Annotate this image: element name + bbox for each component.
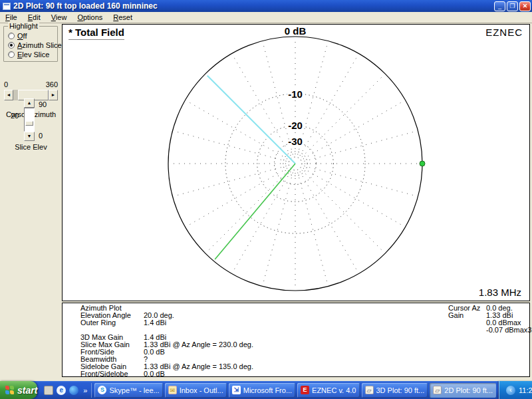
- grid-spoke: [302, 170, 384, 252]
- elev-max-label: 90: [39, 100, 47, 108]
- tray-collapse-icon[interactable]: ‹: [506, 386, 515, 395]
- radio-icon: [8, 42, 15, 49]
- taskbar-button-skype[interactable]: S Skype™ - lee...: [94, 383, 162, 398]
- grid-spoke: [174, 131, 286, 161]
- highlight-group: Highlight Off Azimuth Slice Elev Slice: [3, 26, 58, 62]
- minimize-button[interactable]: _: [494, 1, 505, 11]
- close-button[interactable]: ✕: [519, 1, 531, 11]
- restore-button[interactable]: ❐: [507, 1, 518, 11]
- menu-edit[interactable]: Edit: [23, 13, 46, 22]
- grid-spoke: [298, 173, 328, 285]
- taskbar-clock: 11:25 AM: [519, 386, 532, 394]
- status-row: -0.07 dBmax3D: [448, 327, 532, 334]
- plot-window-icon: ▱: [365, 386, 374, 394]
- client-area: Highlight Off Azimuth Slice Elev Slice 0…: [0, 23, 532, 381]
- sidelobe-line: [207, 76, 295, 164]
- menu-file[interactable]: File: [0, 13, 23, 22]
- grid-spoke: [305, 131, 416, 161]
- cursor-dot[interactable]: [420, 161, 425, 166]
- plot-window-icon: ▱: [433, 386, 442, 394]
- grid-spoke: [174, 166, 286, 196]
- ring-db-label: -30: [288, 136, 303, 147]
- windows-logo-icon: [5, 386, 15, 395]
- max-gain-line: [215, 164, 295, 259]
- frontpage-icon: ⇲: [232, 386, 241, 394]
- taskbar-button-3d-plot[interactable]: ▱ 3D Plot: 90 ft...: [362, 383, 428, 398]
- start-button[interactable]: start: [0, 381, 37, 399]
- grid-spoke: [302, 75, 384, 157]
- ring-db-label: -10: [288, 88, 303, 100]
- grid-spoke: [300, 172, 358, 272]
- system-tray: ‹ 11:25 AM: [499, 381, 532, 399]
- taskbar: start e » S Skype™ - lee... ✉ Inbox - Ou…: [0, 381, 532, 399]
- menu-view[interactable]: View: [46, 13, 72, 22]
- grid-spoke: [187, 168, 287, 226]
- window-icon: [3, 3, 11, 10]
- taskbar-button-eznec[interactable]: E EZNEC v. 4.0: [297, 383, 359, 398]
- highlight-group-title: Highlight: [8, 22, 39, 30]
- scroll-left-icon[interactable]: ◄: [4, 90, 13, 100]
- window-title: 2D Plot: 90 ft top loaded 160 minninec: [13, 1, 494, 11]
- radio-label: Off: [17, 32, 27, 40]
- quick-launch-desktop-icon[interactable]: [44, 386, 53, 395]
- status-left-column: Azimuth Plot Elevation Angle20.0 deg. Ou…: [80, 305, 253, 378]
- window-titlebar[interactable]: 2D Plot: 90 ft top loaded 160 minninec _…: [0, 0, 532, 12]
- quick-launch: e »: [37, 383, 92, 398]
- control-panel: Highlight Off Azimuth Slice Elev Slice 0…: [0, 23, 62, 381]
- plot-panel[interactable]: * Total Field EZNEC 0 dB-10-20-30 1.83 M…: [62, 24, 530, 301]
- window-controls: _ ❐ ✕: [494, 1, 531, 11]
- grid-spoke: [233, 172, 291, 272]
- grid-spoke: [300, 55, 358, 156]
- radio-icon: [8, 33, 15, 39]
- scrollbar-track[interactable]: [13, 90, 18, 100]
- radio-azimuth-slice[interactable]: Azimuth Slice: [8, 41, 62, 49]
- grid-spoke: [305, 166, 416, 196]
- grid-spoke: [263, 173, 293, 285]
- outlook-icon: ✉: [168, 386, 177, 394]
- grid-spoke: [303, 101, 404, 159]
- radio-off[interactable]: Off: [8, 32, 27, 40]
- taskbar-button-frontpage[interactable]: ⇲ Microsoft Fro...: [229, 383, 295, 398]
- start-label: start: [17, 385, 37, 396]
- slider-up-icon[interactable]: ▲: [24, 98, 35, 108]
- quick-launch-ie-icon[interactable]: e: [57, 386, 66, 395]
- status-row: Front/Sidelobe0.0 dB: [80, 370, 253, 378]
- azimuth-max-label: 360: [46, 80, 58, 88]
- menu-reset[interactable]: Reset: [108, 13, 138, 22]
- quick-launch-media-icon[interactable]: [69, 386, 78, 395]
- ring-db-label: 0 dB: [285, 25, 307, 37]
- slider-thumb[interactable]: [25, 121, 33, 126]
- slice-elev-slider[interactable]: ▲ ▼: [24, 98, 35, 141]
- azimuth-range-labels: 0 360: [4, 80, 58, 88]
- grid-spoke: [233, 55, 291, 156]
- slider-down-icon[interactable]: ▼: [24, 132, 35, 141]
- frequency-label: 1.83 MHz: [479, 287, 521, 298]
- taskbar-buttons: S Skype™ - lee... ✉ Inbox - Outl... ⇲ Mi…: [94, 383, 496, 398]
- ring-db-label: -20: [288, 120, 303, 131]
- elev-min-label: 0: [39, 132, 43, 140]
- status-panel: Azimuth Plot Elevation Angle20.0 deg. Ou…: [62, 303, 530, 377]
- menu-bar: File Edit View Options Reset: [0, 12, 532, 23]
- screen: 2D Plot: 90 ft top loaded 160 minninec _…: [0, 0, 532, 399]
- skype-icon: S: [98, 386, 106, 394]
- slider-track[interactable]: [24, 108, 35, 132]
- status-right-column: Cursor Az0.0 deg. Gain1.33 dBi 0.0 dBmax…: [448, 305, 532, 334]
- grid-spoke: [187, 101, 287, 159]
- polar-plot[interactable]: 0 dB-10-20-30: [63, 25, 529, 301]
- eznec-icon: E: [301, 386, 309, 394]
- elev-current-value: 20: [11, 112, 19, 120]
- radio-label: Azimuth Slice: [17, 41, 62, 49]
- grid-spoke: [303, 168, 404, 226]
- grid-spoke: [207, 170, 289, 252]
- taskbar-button-outlook[interactable]: ✉ Inbox - Outl...: [165, 383, 227, 398]
- scroll-right-icon[interactable]: ►: [49, 90, 58, 100]
- quick-launch-chevron-icon[interactable]: »: [82, 386, 87, 394]
- azimuth-min-label: 0: [4, 80, 8, 88]
- status-row: Outer Ring1.4 dBi: [80, 319, 253, 327]
- slice-elev-caption: Slice Elev: [0, 143, 62, 151]
- taskbar-button-2d-plot[interactable]: ▱ 2D Plot: 90 ft...: [430, 383, 496, 398]
- menu-options[interactable]: Options: [72, 13, 108, 22]
- radio-label: Elev Slice: [17, 51, 49, 59]
- radio-elev-slice[interactable]: Elev Slice: [8, 51, 49, 59]
- radio-icon: [8, 51, 15, 58]
